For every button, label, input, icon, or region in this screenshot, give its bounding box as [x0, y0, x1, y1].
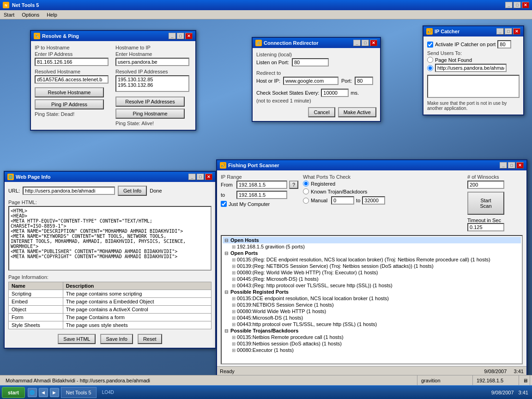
ps-minimize[interactable]: _ [500, 162, 507, 169]
make-active-btn[interactable]: Make Active [338, 107, 376, 117]
tree-parent-item[interactable]: ⊟ Possible Registed Ports [223, 289, 521, 295]
ic-minimize[interactable]: _ [496, 28, 504, 35]
menu-help[interactable]: Help [43, 11, 61, 18]
webpage-info-window: 🌐 Web Page Info _ □ ✕ URL: Get Info Done… [4, 171, 216, 349]
cancel-btn[interactable]: Cancel [308, 107, 335, 117]
reset-btn[interactable]: Reset [138, 334, 162, 344]
html-textarea[interactable]: <HTML> <HEAD> <META HTTP-EQUIV="CONTENT-… [8, 206, 212, 271]
tree-leaf-item[interactable]: ⊞ 00443:(Reg: http protocol over TLS/SSL… [230, 282, 521, 289]
status-text: Mohammad Ahmadi Bidakhvidi - http://user… [6, 378, 150, 383]
tree-leaf-item[interactable]: ⊞ 00080:(Reg: World Wide Web HTTP) (Troj… [230, 269, 521, 276]
ps-close[interactable]: ✕ [516, 162, 524, 169]
rp-maximize[interactable]: □ [177, 33, 184, 39]
taskbar-right: 9/08/2007 3:41 [491, 390, 532, 395]
check-socket-input[interactable] [321, 89, 349, 97]
resolved-hostname-input[interactable] [35, 75, 109, 84]
tree-leaf-item[interactable]: ⊞ 00135:(Reg: DCE endpoint resolution, N… [230, 256, 521, 263]
save-html-btn[interactable]: Save HTML [58, 334, 96, 344]
save-info-btn[interactable]: Save Info [100, 334, 133, 344]
not-exceed-label: (not to exceed 1 minute) [256, 98, 376, 103]
tree-leaf-item[interactable]: ⊞ 00445:Microsoft-DS (1 hosts) [230, 314, 521, 321]
wi-minimize[interactable]: _ [188, 174, 196, 180]
tree-leaf-item[interactable]: ⊞ 00139:Netbios session (DoS attacks) (1… [230, 340, 521, 347]
resolve-hostname-btn[interactable]: Resolve Hostname [35, 87, 104, 97]
menu-options[interactable]: Options [18, 11, 43, 18]
resolve-ip-btn[interactable]: Resolve IP Addresses [115, 97, 185, 107]
host-input[interactable] [283, 77, 339, 85]
listen-port-input[interactable] [292, 58, 329, 66]
timeout-input[interactable] [467, 223, 504, 231]
manual-from-input[interactable] [331, 196, 354, 205]
cr-close[interactable]: ✕ [370, 40, 377, 46]
taskbar-date: 9/08/2007 [491, 390, 514, 395]
catcher-port-input[interactable] [497, 40, 511, 48]
tree-leaf-item[interactable]: ⊞ 00443:http protocol over TLS/SSL, secu… [230, 321, 521, 327]
close-button[interactable]: ✕ [522, 2, 529, 8]
main-menu: Start Options Help [0, 10, 532, 19]
main-titlebar: N Net Tools 5 _ □ ✕ [0, 0, 532, 10]
ip-to-input[interactable] [236, 191, 287, 199]
get-info-btn[interactable]: Get Info [118, 186, 147, 196]
redirect-port-input[interactable] [355, 77, 373, 85]
url-input[interactable] [23, 187, 115, 195]
rp-close[interactable]: ✕ [185, 33, 193, 39]
maximize-button[interactable]: □ [514, 2, 521, 8]
hostname-input[interactable] [115, 58, 189, 66]
tree-parent-item[interactable]: ⊟ Open Hosts [223, 237, 521, 243]
tree-leaf-item[interactable]: ⊞ 00080:World Wide Web HTTP (1 hosts) [230, 308, 521, 314]
manual-to-input[interactable] [362, 196, 385, 205]
just-my-computer-checkbox[interactable] [221, 201, 227, 207]
ip-input[interactable] [35, 58, 109, 66]
page-not-found-radio[interactable] [427, 57, 433, 63]
ip-from-input[interactable] [236, 181, 287, 189]
redirect-label: Redirect to [256, 70, 376, 76]
winsocks-label: # of Winsocks [467, 174, 523, 180]
cr-minimize[interactable]: _ [353, 40, 361, 46]
tree-section: ⊟ Possible Registed Ports⊞ 00135:DCE end… [223, 289, 521, 327]
help-btn[interactable]: ? [289, 181, 298, 189]
registered-radio[interactable] [303, 181, 309, 187]
ic-close[interactable]: ✕ [513, 28, 520, 35]
tree-leaf-item[interactable]: ⊞ 00139:(Reg: NETBIOS Session Service) (… [230, 263, 521, 269]
ping-state-left: Ping State: Dead! [35, 111, 111, 117]
tree-leaf-item[interactable]: ⊞ 192.168.1.5 gravition (5 ports) [230, 243, 521, 250]
ip-to-hostname-label: IP to Hostname [35, 45, 111, 50]
minimize-button[interactable]: _ [505, 2, 513, 8]
catcher-textarea[interactable] [427, 75, 520, 98]
cr-maximize[interactable]: □ [362, 40, 369, 46]
start-button[interactable]: start [2, 387, 25, 398]
tree-leaf-item[interactable]: ⊞ 00135:Netbios Remote procedure call (1… [230, 334, 521, 340]
tree-leaf-item[interactable]: ⊞ 00135:DCE endpoint resolution, NCS loc… [230, 295, 521, 302]
tree-leaf-item[interactable]: ⊞ 00139:NETBIOS Session Service (1 hosts… [230, 302, 521, 308]
timeout-label: Timeout in Sec [467, 218, 501, 223]
url-radio[interactable] [427, 65, 433, 71]
tree-parent-item[interactable]: ⊟ Open Ports [223, 250, 521, 256]
wi-maximize[interactable]: □ [197, 174, 204, 180]
taskbar-program[interactable]: Net Tools 5 [61, 387, 97, 398]
ping-hostname-btn[interactable]: Ping Hostname [115, 109, 185, 119]
taskbar-icon-1: 🌐 [28, 388, 37, 397]
catcher-url-input[interactable] [435, 64, 507, 72]
tree-leaf-item[interactable]: ⊞ 00080:Executor (1 hosts) [230, 347, 521, 353]
activate-checkbox[interactable] [427, 42, 433, 48]
host-or-ip-label: Host or IP: [256, 78, 280, 84]
known-trojan-radio[interactable] [303, 188, 309, 194]
manual-radio[interactable] [303, 198, 309, 204]
ic-maximize[interactable]: □ [505, 28, 512, 35]
manual-label: Manual [311, 198, 327, 203]
rp-minimize[interactable]: _ [169, 33, 176, 39]
wi-close[interactable]: ✕ [205, 174, 212, 180]
ps-maximize[interactable]: □ [508, 162, 515, 169]
start-scan-btn[interactable]: Start Scan [467, 192, 504, 215]
tree-leaf-item[interactable]: ⊞ 00445:(Reg: Microsoft-DS) (1 hosts) [230, 276, 521, 282]
taskbar: start 🌐 ◀ ▶ Net Tools 5 LO4D 9/08/2007 3… [0, 385, 532, 399]
resolved-hostname-label: Resolved Hostname [35, 69, 111, 74]
scanner-tree[interactable]: ⊟ Open Hosts⊞ 192.168.1.5 gravition (5 p… [221, 235, 523, 364]
tree-parent-item[interactable]: ⊟ Possible Trojans/Backdoors [223, 327, 521, 334]
activate-label: Activate IP Catcher on port [435, 42, 496, 47]
menu-start[interactable]: Start [0, 11, 18, 18]
ping-ip-btn[interactable]: Ping IP Address [35, 99, 104, 109]
winsocks-input[interactable] [467, 181, 504, 189]
resolved-ip-area[interactable]: 195.130.132.85 195.130.132.86 [115, 75, 189, 92]
resolve-ping-icon: 🔧 [34, 33, 40, 39]
